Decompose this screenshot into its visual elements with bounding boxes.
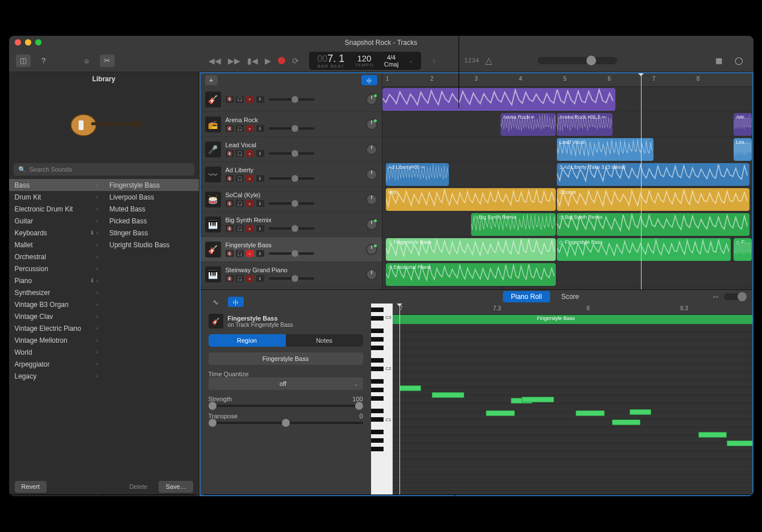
region[interactable]: ◇ Big Synth Remix (471, 213, 556, 236)
region[interactable]: Lead Vocal (557, 138, 653, 161)
library-category-item[interactable]: Drum Kit › (9, 191, 104, 203)
input-monitor-button[interactable]: ⬇ (256, 275, 264, 282)
midi-note[interactable] (630, 409, 651, 415)
piano-keyboard[interactable]: C3C2C1 (371, 304, 393, 495)
record-enable-button[interactable]: ● (246, 175, 254, 182)
track-volume-slider[interactable] (269, 152, 314, 155)
library-category-item[interactable]: Arpeggiator › (9, 358, 104, 370)
record-enable-button[interactable]: ● (246, 96, 254, 103)
editor-playhead[interactable] (399, 304, 400, 495)
library-category-item[interactable]: World › (9, 346, 104, 358)
track-header[interactable]: 📻 Arena Rock 🔇 🎧 ● ⬇ (201, 112, 382, 137)
midi-note[interactable] (576, 410, 605, 416)
track-lane[interactable] (382, 87, 752, 112)
add-track-button[interactable]: + (205, 75, 218, 85)
piano-roll-ruler[interactable]: 77.388.3 (393, 304, 752, 315)
go-to-start-button[interactable]: ▮◀ (247, 56, 258, 65)
record-enable-button[interactable]: ● (246, 150, 254, 157)
mute-button[interactable]: 🔇 (226, 96, 234, 103)
solo-button[interactable]: 🎧 (236, 96, 244, 103)
library-patch-item[interactable]: Stinger Bass (104, 227, 199, 239)
input-monitor-button[interactable]: ⬇ (256, 125, 264, 132)
track-header[interactable]: 🎹 Big Synth Remix 🔇 🎧 ● ⬇ (201, 212, 382, 237)
record-enable-button[interactable]: ● (246, 250, 254, 257)
mute-button[interactable]: 🔇 (226, 250, 234, 257)
automation-button[interactable]: ›|‹ (361, 75, 377, 85)
solo-button[interactable]: 🎧 (236, 250, 244, 257)
input-monitor-button[interactable]: ⬇ (256, 250, 264, 257)
mute-button[interactable]: 🔇 (226, 275, 234, 282)
library-category-item[interactable]: Bass › (9, 179, 104, 191)
library-category-item[interactable]: Keyboards⬇ › (9, 227, 104, 239)
region[interactable]: Arena Rock (734, 113, 752, 136)
solo-button[interactable]: 🎧 (236, 225, 244, 232)
library-category-item[interactable]: Vintage B3 Organ › (9, 298, 104, 310)
library-patch-item[interactable]: Picked Bass (104, 215, 199, 227)
library-patch-item[interactable]: Liverpool Bass (104, 191, 199, 203)
search-input[interactable]: 🔍 Search Sounds (14, 163, 194, 176)
tab-notes[interactable]: Notes (286, 334, 363, 347)
region[interactable]: ◇ Fingerstyle (734, 238, 752, 261)
quick-help-button[interactable]: ? (36, 55, 51, 67)
midi-note[interactable] (486, 410, 515, 416)
pan-knob[interactable] (366, 144, 377, 155)
library-patch-item[interactable]: Muted Bass (104, 203, 199, 215)
region-preset-field[interactable]: Fingerstyle Bass (209, 352, 363, 365)
library-category-item[interactable]: Percussion › (9, 263, 104, 275)
minimize-icon[interactable] (25, 39, 31, 45)
region[interactable]: Arena Rock ∞ (501, 113, 556, 136)
zoom-icon[interactable] (35, 39, 41, 45)
library-category-item[interactable]: Legacy › (9, 370, 104, 382)
track-volume-slider[interactable] (269, 127, 314, 130)
track-lane[interactable]: ◇ Emotional Piano (382, 262, 752, 287)
input-monitor-button[interactable]: ⬇ (256, 175, 264, 182)
playhead[interactable] (641, 73, 642, 289)
input-monitor-button[interactable]: ⬇ (256, 225, 264, 232)
library-patch-list[interactable]: Fingerstyle BassLiverpool BassMuted Bass… (104, 179, 199, 477)
lcd-display[interactable]: 007. 1 BAR BEAT 120 TEMPO 4/4 Cmaj ⌄ (309, 52, 421, 70)
library-category-item[interactable]: Vintage Electric Piano › (9, 322, 104, 334)
region[interactable]: ◇ Emotional Piano (386, 263, 556, 286)
pan-knob[interactable] (366, 244, 377, 255)
solo-button[interactable]: 🎧 (236, 125, 244, 132)
library-category-item[interactable]: Mallet › (9, 239, 104, 251)
pan-knob[interactable] (366, 269, 377, 280)
region[interactable]: 3 Ad Liberty: Take 3 (3 takes) (557, 163, 749, 186)
record-enable-button[interactable]: ● (246, 225, 254, 232)
track-lane[interactable]: Lead Vocal Lead Vocal (382, 137, 752, 162)
tab-region[interactable]: Region (209, 334, 286, 347)
metronome-button[interactable]: △ (485, 55, 492, 66)
strength-slider[interactable]: .ed-slider:nth-of-type(1)::after{left:ca… (209, 405, 363, 407)
track-volume-slider[interactable] (269, 202, 314, 205)
tab-score[interactable]: Score (561, 293, 579, 301)
save-button[interactable]: Save… (159, 481, 193, 493)
pan-knob[interactable] (366, 194, 377, 205)
track-lane[interactable]: Intro Chorus (382, 187, 752, 212)
region[interactable]: Intro (386, 188, 556, 211)
solo-button[interactable]: 🎧 (236, 275, 244, 282)
track-lane[interactable]: ◇ Big Synth Remix ◇ Big Synth Remix (382, 212, 752, 237)
master-volume-slider[interactable] (538, 57, 617, 64)
loop-browser-button[interactable]: ◯ (732, 55, 747, 67)
timeline-ruler[interactable]: 12345678 (382, 73, 752, 87)
library-category-item[interactable]: Synthesizer › (9, 286, 104, 298)
tab-piano-roll[interactable]: Piano Roll (503, 291, 550, 302)
pan-knob[interactable] (366, 169, 377, 180)
cycle-button[interactable]: ⟳ (292, 56, 299, 65)
track-lane[interactable]: Arena Rock ∞ Arena Rock #01.2 ∞ Arena Ro… (382, 112, 752, 137)
horizontal-zoom-icon[interactable]: ↔ (711, 292, 721, 302)
arrange-area[interactable]: 12345678 Arena Rock ∞ Arena Rock #01.2 ∞… (382, 73, 752, 289)
transpose-slider[interactable] (209, 422, 363, 424)
record-enable-button[interactable]: ● (246, 125, 254, 132)
input-monitor-button[interactable]: ⬇ (256, 150, 264, 157)
pan-knob[interactable] (366, 119, 377, 130)
catch-playhead-button[interactable]: ∿ (209, 296, 223, 308)
delete-button[interactable]: Delete (123, 481, 155, 493)
region[interactable] (382, 88, 615, 111)
solo-button[interactable]: 🎧 (236, 200, 244, 207)
piano-roll-grid[interactable] (393, 324, 752, 495)
track-header[interactable]: 🎸 🔇 🎧 ● ⬇ (201, 87, 382, 112)
track-volume-slider[interactable] (269, 252, 314, 255)
track-header[interactable]: 〰️ Ad Liberty 🔇 🎧 ● ⬇ (201, 162, 382, 187)
pan-knob[interactable] (366, 219, 377, 230)
